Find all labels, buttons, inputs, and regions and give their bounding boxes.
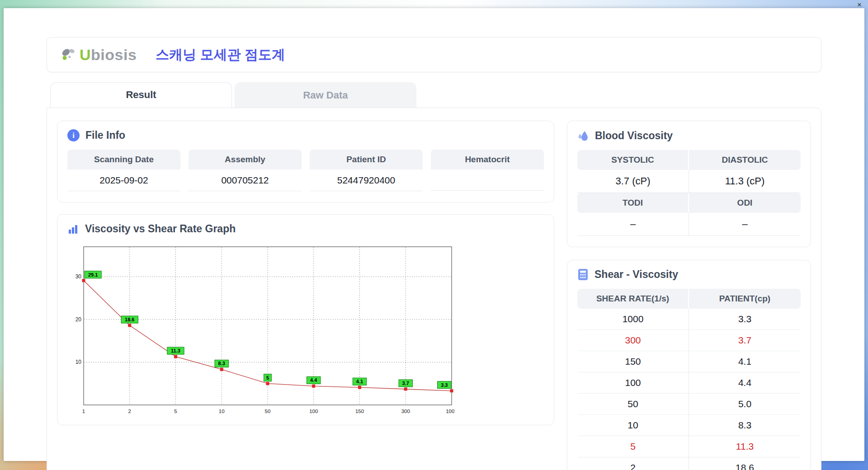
- shear-rate-cell: 1000: [577, 309, 689, 330]
- field-value: [431, 169, 544, 191]
- todi-value: –: [577, 213, 689, 236]
- patient-cell: 11.3: [689, 436, 801, 457]
- svg-text:1: 1: [82, 409, 85, 414]
- svg-text:8.3: 8.3: [218, 361, 225, 366]
- calculator-icon: [577, 268, 589, 281]
- shear-rate-cell: 100: [577, 372, 689, 394]
- file-info-panel: i File Info Scanning Date 2025-09-02 Ass…: [57, 121, 554, 202]
- svg-text:3.3: 3.3: [441, 382, 448, 388]
- field-label: Patient ID: [310, 150, 423, 169]
- field-label: Hematocrit: [431, 150, 544, 169]
- field-value: 52447920400: [310, 169, 423, 191]
- svg-text:30: 30: [75, 273, 82, 280]
- field-value: 2025-09-02: [67, 169, 180, 191]
- svg-text:20: 20: [75, 316, 82, 323]
- svg-text:29.1: 29.1: [88, 272, 98, 277]
- shear-viscosity-panel: Shear - Viscosity SHEAR RATE(1/s) PATIEN…: [567, 260, 811, 470]
- app-window: Ubiosis 스캐닝 모세관 점도계 Result Raw Data i Fi…: [4, 8, 864, 461]
- tab-bar: Result Raw Data: [47, 82, 821, 108]
- patient-cell: 8.3: [689, 415, 801, 436]
- field-value: 000705212: [189, 169, 302, 191]
- systolic-value: 3.7 (cP): [577, 170, 689, 193]
- logo-text: Ubiosis: [80, 46, 137, 64]
- shear-viscosity-title: Shear - Viscosity: [594, 268, 678, 281]
- patient-cell: 4.1: [689, 351, 801, 372]
- graph-title: Viscosity vs Shear Rate Graph: [85, 223, 236, 235]
- tab-raw-data[interactable]: Raw Data: [235, 82, 416, 108]
- blood-viscosity-title-row: Blood Viscosity: [577, 129, 801, 142]
- patient-cell: 5.0: [689, 394, 801, 415]
- shear-rate-cell: 5: [577, 436, 689, 457]
- svg-text:4.1: 4.1: [356, 379, 363, 384]
- shear-rate-cell: 300: [577, 330, 689, 351]
- field-hematocrit: Hematocrit: [431, 150, 544, 191]
- blood-viscosity-panel: Blood Viscosity SYSTOLIC DIASTOLIC 3.7 (…: [567, 121, 811, 247]
- field-assembly: Assembly 000705212: [189, 150, 302, 191]
- graph-title-row: Viscosity vs Shear Rate Graph: [67, 223, 544, 235]
- field-label: Assembly: [189, 150, 302, 169]
- logo: Ubiosis: [61, 46, 137, 64]
- patient-cell: 3.3: [689, 309, 801, 330]
- shear-rate-cell: 150: [577, 351, 689, 372]
- shear-rate-cell: 10: [577, 415, 689, 436]
- shear-rate-cell: 2: [577, 457, 689, 470]
- svg-text:1000: 1000: [446, 409, 454, 414]
- svg-text:300: 300: [401, 409, 410, 414]
- field-scanning-date: Scanning Date 2025-09-02: [67, 150, 180, 191]
- logo-text-u: U: [80, 46, 91, 63]
- svg-text:4.4: 4.4: [310, 377, 317, 383]
- diastolic-label: DIASTOLIC: [689, 150, 801, 170]
- shear-viscosity-title-row: Shear - Viscosity: [577, 268, 801, 281]
- file-info-title: File Info: [85, 129, 125, 141]
- svg-text:50: 50: [265, 409, 271, 414]
- svg-text:5: 5: [266, 375, 269, 381]
- droplet-icon: [577, 129, 589, 142]
- svg-text:2: 2: [128, 409, 131, 414]
- tab-result[interactable]: Result: [50, 82, 232, 108]
- svg-text:10: 10: [75, 359, 82, 365]
- svg-text:150: 150: [355, 409, 364, 414]
- field-patient-id: Patient ID 52447920400: [310, 150, 423, 191]
- viscosity-chart: 1020301251050100150300100029.118.611.38.…: [70, 243, 544, 418]
- patient-cell: 18.6: [689, 457, 801, 470]
- close-icon[interactable]: ×: [857, 0, 862, 9]
- svg-text:5: 5: [174, 409, 177, 414]
- viscosity-graph-panel: Viscosity vs Shear Rate Graph 1020301251…: [57, 214, 554, 425]
- patient-cell: 3.7: [689, 330, 801, 351]
- todi-label: TODI: [577, 193, 689, 213]
- svg-text:3.7: 3.7: [402, 381, 409, 386]
- shear-rate-cell: 50: [577, 394, 689, 415]
- blood-viscosity-grid: SYSTOLIC DIASTOLIC 3.7 (cP) 11.3 (cP) TO…: [577, 150, 801, 236]
- logo-text-rest: biosis: [91, 46, 137, 63]
- shear-viscosity-table: SHEAR RATE(1/s) PATIENT(cp) 10003.33003.…: [577, 289, 801, 470]
- odi-label: ODI: [689, 193, 801, 213]
- svg-text:18.6: 18.6: [125, 317, 134, 322]
- content-area: i File Info Scanning Date 2025-09-02 Ass…: [47, 108, 821, 470]
- patient-cell: 4.4: [689, 372, 801, 394]
- blood-viscosity-title: Blood Viscosity: [595, 130, 673, 142]
- bar-chart-icon: [67, 223, 79, 235]
- logo-leaf-icon: [61, 47, 78, 62]
- header: Ubiosis 스캐닝 모세관 점도계: [47, 37, 821, 72]
- diastolic-value: 11.3 (cP): [689, 170, 801, 193]
- file-info-fields: Scanning Date 2025-09-02 Assembly 000705…: [67, 150, 544, 191]
- file-info-title-row: i File Info: [67, 129, 544, 141]
- right-column: Blood Viscosity SYSTOLIC DIASTOLIC 3.7 (…: [567, 121, 811, 470]
- field-label: Scanning Date: [67, 150, 180, 169]
- svg-text:11.3: 11.3: [171, 348, 180, 353]
- column-header-shear-rate: SHEAR RATE(1/s): [577, 289, 689, 309]
- odi-value: –: [689, 213, 801, 236]
- svg-text:100: 100: [309, 409, 318, 414]
- systolic-label: SYSTOLIC: [577, 150, 689, 170]
- column-header-patient: PATIENT(cp): [689, 289, 801, 309]
- page-title: 스캐닝 모세관 점도계: [156, 46, 285, 64]
- info-icon: i: [67, 129, 80, 141]
- left-column: i File Info Scanning Date 2025-09-02 Ass…: [57, 121, 554, 425]
- svg-text:10: 10: [219, 409, 225, 414]
